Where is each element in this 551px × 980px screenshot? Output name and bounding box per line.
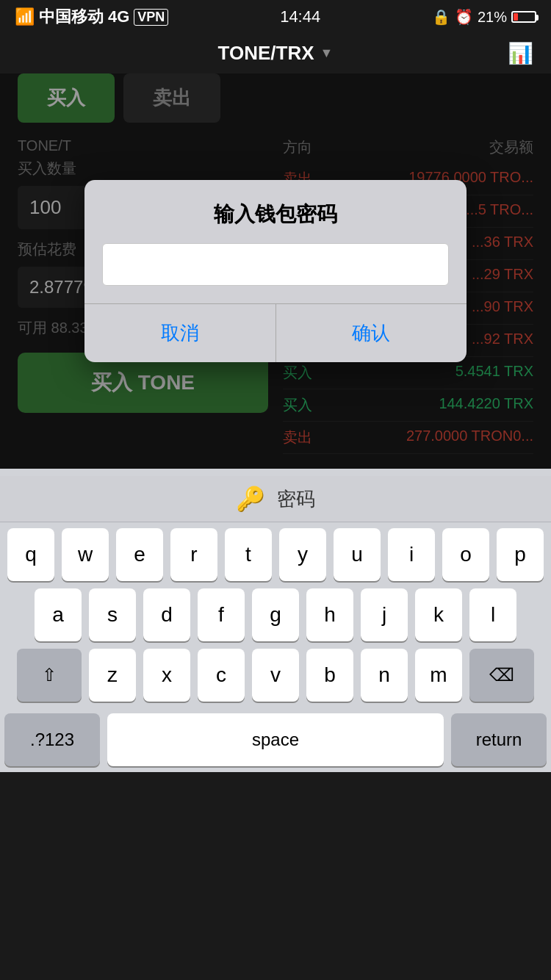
keyboard-row-2: asdfghjkl — [4, 588, 547, 641]
key-r[interactable]: r — [170, 528, 217, 581]
key-y[interactable]: y — [279, 528, 326, 581]
key-g[interactable]: g — [252, 588, 299, 641]
key-h[interactable]: h — [306, 588, 353, 641]
dialog-overlay: 输入钱包密码 取消 确认 — [0, 73, 551, 469]
key-icon: 🔑 — [236, 485, 265, 513]
keyboard-section: 🔑 密码 qwertyuiop asdfghjkl ⇧zxcvbnm⌫ .?12… — [0, 469, 551, 772]
key-n[interactable]: n — [361, 649, 408, 702]
key-s[interactable]: s — [89, 588, 136, 641]
pair-label: TONE/TRX — [218, 42, 314, 65]
signal-icon: 📶 — [15, 7, 35, 26]
network-label: 4G — [108, 7, 129, 26]
key-x[interactable]: x — [143, 649, 190, 702]
vpn-label: VPN — [134, 9, 168, 26]
status-time: 14:44 — [280, 7, 320, 26]
key-b[interactable]: b — [306, 649, 353, 702]
key-m[interactable]: m — [415, 649, 462, 702]
status-bar: 📶 中国移动 4G VPN 14:44 🔒 ⏰ 21% — [0, 0, 551, 32]
chart-icon[interactable]: 📊 — [508, 41, 533, 65]
password-bar-label: 密码 — [277, 486, 315, 512]
key-l[interactable]: l — [469, 588, 516, 641]
key-i[interactable]: i — [388, 528, 435, 581]
dialog-title: 输入钱包密码 — [84, 180, 467, 243]
key-z[interactable]: z — [89, 649, 136, 702]
key-k[interactable]: k — [415, 588, 462, 641]
key-w[interactable]: w — [62, 528, 109, 581]
key-u[interactable]: u — [334, 528, 381, 581]
keyboard-row-3: ⇧zxcvbnm⌫ — [4, 649, 547, 702]
key-q[interactable]: q — [7, 528, 54, 581]
confirm-button[interactable]: 确认 — [276, 304, 467, 362]
return-key[interactable]: return — [451, 713, 547, 766]
keyboard-bar: 🔑 密码 — [0, 476, 551, 522]
key-a[interactable]: a — [35, 588, 82, 641]
delete-key[interactable]: ⌫ — [469, 649, 534, 702]
dialog-buttons: 取消 确认 — [84, 303, 467, 362]
trading-container: 买入 卖出 TONE/T 买入数量 预估花费 2.877793 TRX 可用 8… — [0, 73, 551, 469]
battery-percent: 21% — [478, 9, 507, 26]
keyboard-row-1: qwertyuiop — [4, 528, 547, 581]
app-header: TONE/TRX ▼ 📊 — [0, 32, 551, 73]
lock-icon: 🔒 — [432, 8, 450, 26]
carrier-label: 中国移动 — [39, 6, 104, 28]
password-input[interactable] — [102, 243, 449, 286]
key-e[interactable]: e — [116, 528, 163, 581]
status-left: 📶 中国移动 4G VPN — [15, 6, 168, 28]
space-key[interactable]: space — [107, 713, 444, 766]
key-v[interactable]: v — [252, 649, 299, 702]
keyboard-rows: qwertyuiop asdfghjkl ⇧zxcvbnm⌫ — [0, 522, 551, 713]
key-t[interactable]: t — [225, 528, 272, 581]
key-d[interactable]: d — [143, 588, 190, 641]
shift-key[interactable]: ⇧ — [17, 649, 82, 702]
dropdown-icon: ▼ — [320, 46, 334, 61]
key-f[interactable]: f — [198, 588, 245, 641]
header-title[interactable]: TONE/TRX ▼ — [218, 42, 334, 65]
key-p[interactable]: p — [497, 528, 544, 581]
key-j[interactable]: j — [361, 588, 408, 641]
password-dialog: 输入钱包密码 取消 确认 — [84, 180, 467, 362]
keyboard-row-bottom: .?123 space return — [0, 713, 551, 772]
alarm-icon: ⏰ — [455, 8, 473, 26]
key-c[interactable]: c — [198, 649, 245, 702]
dialog-input-wrap — [84, 243, 467, 303]
battery-icon — [511, 11, 536, 23]
key-o[interactable]: o — [442, 528, 489, 581]
numbers-key[interactable]: .?123 — [4, 713, 100, 766]
status-right: 🔒 ⏰ 21% — [432, 8, 536, 26]
cancel-button[interactable]: 取消 — [84, 304, 276, 362]
